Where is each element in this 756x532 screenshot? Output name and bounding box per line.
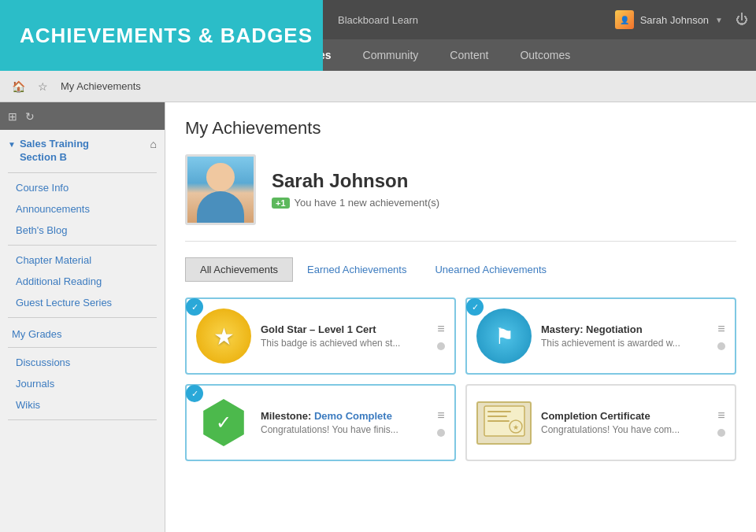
course-title[interactable]: Sales TrainingSection B xyxy=(20,138,146,164)
tab-unearned-achievements[interactable]: Unearned Achievements xyxy=(421,258,561,281)
sidebar-item-guest-lecture[interactable]: Guest Lecture Series xyxy=(0,292,165,313)
milestone-check-icon: ✓ xyxy=(216,412,232,434)
card-title-4: Completion Certificate xyxy=(541,410,704,422)
sidebar-item-my-grades[interactable]: My Grades xyxy=(0,322,165,343)
sidebar-item-additional-reading[interactable]: Additional Reading xyxy=(0,271,165,292)
profile-info: Sarah Johnson +1 You have 1 new achievem… xyxy=(272,170,439,209)
card-actions-1: ≡ xyxy=(437,322,445,350)
card-menu-icon-1[interactable]: ≡ xyxy=(437,322,444,336)
course-header: ▼ Sales TrainingSection B ⌂ xyxy=(0,130,165,168)
sidebar-refresh-icon[interactable]: ↻ xyxy=(25,110,35,123)
sidebar-divider-5 xyxy=(8,419,157,420)
avatar xyxy=(185,154,256,225)
card-menu-icon-3[interactable]: ≡ xyxy=(437,408,444,423)
sidebar-item-journals[interactable]: Journals xyxy=(0,373,165,394)
nav-outcomes[interactable]: Outcomes xyxy=(516,49,574,61)
card-icon-mastery: ⚑ xyxy=(476,308,532,364)
card-check-1: ✓ xyxy=(186,298,203,316)
page-title: My Achievements xyxy=(185,118,736,139)
card-icon-milestone: ✓ xyxy=(196,395,251,450)
user-dropdown-arrow[interactable]: ▼ xyxy=(715,16,723,24)
badge-plus1: +1 xyxy=(272,198,290,209)
card-info-4: Completion Certificate Congratulations! … xyxy=(541,410,704,435)
profile-badge: +1 You have 1 new achievement(s) xyxy=(272,197,439,209)
profile-section: Sarah Johnson +1 You have 1 new achievem… xyxy=(185,154,736,242)
card-gold-star: ✓ ★ Gold Star – Level 1 Cert This badge … xyxy=(185,297,456,375)
flag-icon: ⚑ xyxy=(495,323,514,349)
main-layout: ⊞ ↻ ▼ Sales TrainingSection B ⌂ Course I… xyxy=(0,102,756,532)
sidebar-item-discussions[interactable]: Discussions xyxy=(0,352,165,373)
card-dot-2 xyxy=(717,342,725,350)
svg-rect-3 xyxy=(487,420,510,422)
card-menu-icon-4[interactable]: ≡ xyxy=(717,408,724,423)
banner-heading: ACHIEVEMENTS & BADGES xyxy=(20,24,313,48)
card-icon-gold-star: ★ xyxy=(196,308,251,364)
avatar: 👤 xyxy=(615,10,634,29)
main-content: My Achievements Sarah Johnson +1 You hav… xyxy=(165,102,756,532)
card-actions-2: ≡ xyxy=(717,322,725,350)
card-title-1: Gold Star – Level 1 Cert xyxy=(261,323,424,335)
card-title-2: Mastery: Negotiation xyxy=(541,323,704,335)
card-actions-4: ≡ xyxy=(717,408,725,437)
tabs-bar: All Achievements Earned Achievements Une… xyxy=(185,257,736,282)
star-icon: ★ xyxy=(213,323,235,350)
sidebar-item-chapter-material[interactable]: Chapter Material xyxy=(0,249,165,271)
hex-shape: ✓ xyxy=(200,399,247,446)
card-dot-1 xyxy=(437,342,445,350)
course-collapse-arrow[interactable]: ▼ xyxy=(8,140,16,149)
app-title: Blackboard Learn xyxy=(338,14,418,26)
sidebar-divider-4 xyxy=(8,347,157,348)
tab-all-achievements[interactable]: All Achievements xyxy=(185,257,293,282)
top-bar-right: 👤 Sarah Johnson ▼ ⏻ xyxy=(615,10,748,29)
card-icon-cert: ★ xyxy=(476,401,532,445)
sidebar-item-course-info[interactable]: Course Info xyxy=(0,177,165,198)
profile-name: Sarah Johnson xyxy=(272,170,439,192)
sidebar-item-beths-blog[interactable]: Beth's Blog xyxy=(0,220,165,241)
svg-text:★: ★ xyxy=(513,423,519,431)
sidebar-item-announcements[interactable]: Announcements xyxy=(0,198,165,220)
profile-badge-text: You have 1 new achievement(s) xyxy=(295,197,440,209)
power-icon[interactable]: ⏻ xyxy=(736,13,748,27)
card-check-2: ✓ xyxy=(466,298,484,316)
card-milestone: ✓ ✓ Milestone: Demo Complete Congratulat… xyxy=(185,384,456,461)
sidebar: ⊞ ↻ ▼ Sales TrainingSection B ⌂ Course I… xyxy=(0,102,165,532)
card-dot-4 xyxy=(717,429,725,437)
sidebar-item-wikis[interactable]: Wikis xyxy=(0,394,165,416)
card-actions-3: ≡ xyxy=(437,408,445,437)
sidebar-divider-2 xyxy=(8,245,157,246)
breadcrumb: 🏠 ☆ My Achievements xyxy=(0,71,756,102)
card-desc-3: Congratulations! You have finis... xyxy=(261,424,424,435)
user-name-top: Sarah Johnson xyxy=(640,14,709,26)
breadcrumb-current: My Achievements xyxy=(61,80,141,92)
svg-rect-1 xyxy=(487,411,511,412)
svg-rect-2 xyxy=(487,416,507,417)
card-desc-1: This badge is achieved when st... xyxy=(261,338,424,349)
course-home-icon[interactable]: ⌂ xyxy=(150,138,157,150)
card-title-highlight: Demo Complete xyxy=(311,410,392,422)
card-dot-3 xyxy=(437,429,445,437)
cards-grid: ✓ ★ Gold Star – Level 1 Cert This badge … xyxy=(185,297,736,461)
sidebar-icon-1[interactable]: ⊞ xyxy=(8,110,17,123)
card-mastery-negotiation: ✓ ⚑ Mastery: Negotiation This achievemen… xyxy=(465,297,736,375)
card-desc-4: Congratulations! You have com... xyxy=(541,424,704,435)
card-title-prefix: Milestone: xyxy=(261,410,311,422)
sidebar-toolbar: ⊞ ↻ xyxy=(0,102,165,130)
card-desc-2: This achievement is awarded w... xyxy=(541,338,704,349)
sidebar-divider-3 xyxy=(8,317,157,318)
nav-content[interactable]: Content xyxy=(446,49,492,61)
card-menu-icon-2[interactable]: ≡ xyxy=(717,322,724,336)
home-icon[interactable]: 🏠 xyxy=(12,80,25,93)
card-info-1: Gold Star – Level 1 Cert This badge is a… xyxy=(261,323,424,349)
card-info-3: Milestone: Demo Complete Congratulations… xyxy=(261,410,424,435)
cert-inner: ★ xyxy=(483,405,526,441)
nav-community[interactable]: Community xyxy=(359,49,423,61)
favorite-icon[interactable]: ☆ xyxy=(38,80,48,93)
card-title-3: Milestone: Demo Complete xyxy=(261,410,424,422)
card-completion-cert: ★ Completion Certificate Congratulations… xyxy=(465,384,736,461)
sidebar-divider-1 xyxy=(8,172,157,173)
card-info-2: Mastery: Negotiation This achievement is… xyxy=(541,323,704,349)
tab-earned-achievements[interactable]: Earned Achievements xyxy=(293,258,421,281)
achievements-banner: ACHIEVEMENTS & BADGES xyxy=(0,0,323,71)
